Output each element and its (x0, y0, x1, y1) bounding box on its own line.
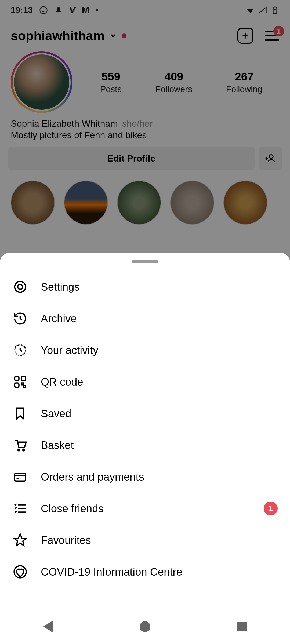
svg-point-4 (18, 284, 23, 289)
nav-back-button[interactable] (43, 621, 53, 632)
menu-archive[interactable]: Archive (0, 303, 290, 334)
svg-point-12 (23, 449, 25, 451)
settings-icon (13, 280, 27, 294)
svg-rect-8 (15, 383, 19, 387)
qr-icon (13, 375, 27, 389)
drag-handle[interactable] (132, 260, 158, 263)
menu-close-friends[interactable]: Close friends 1 (0, 493, 290, 524)
menu-favourites[interactable]: Favourites (0, 524, 290, 556)
menu-saved-label: Saved (41, 408, 278, 420)
cart-icon (13, 438, 27, 452)
star-icon (13, 533, 27, 547)
menu-qr[interactable]: QR code (0, 366, 290, 398)
activity-icon (13, 343, 27, 357)
nav-home-button[interactable] (140, 621, 150, 632)
nav-recent-button[interactable] (237, 622, 247, 631)
menu-covid[interactable]: COVID-19 Information Centre (0, 556, 290, 588)
covid-info-icon (13, 565, 27, 579)
menu-orders-label: Orders and payments (41, 471, 278, 483)
svg-rect-13 (15, 473, 26, 481)
archive-icon (13, 311, 27, 326)
card-icon (13, 470, 27, 484)
menu-favourites-label: Favourites (41, 534, 278, 546)
menu-activity-label: Your activity (41, 344, 278, 356)
menu-qr-label: QR code (41, 376, 278, 388)
menu-close-friends-label: Close friends (41, 503, 251, 515)
svg-point-3 (15, 281, 26, 292)
menu-orders[interactable]: Orders and payments (0, 461, 290, 493)
menu-basket-label: Basket (41, 439, 278, 451)
svg-rect-10 (24, 386, 26, 387)
menu-basket[interactable]: Basket (0, 429, 290, 461)
close-friends-badge: 1 (264, 502, 278, 515)
menu-archive-label: Archive (41, 313, 278, 325)
svg-rect-6 (15, 376, 19, 381)
bottom-sheet: Settings Archive Your activity QR code S… (0, 253, 290, 644)
menu-settings[interactable]: Settings (0, 271, 290, 303)
android-nav-bar (0, 609, 290, 644)
menu-covid-label: COVID-19 Information Centre (41, 566, 278, 578)
svg-rect-9 (21, 383, 23, 385)
svg-point-11 (18, 449, 20, 451)
svg-rect-7 (21, 376, 26, 381)
menu-activity[interactable]: Your activity (0, 334, 290, 366)
bookmark-icon (13, 406, 27, 421)
menu-saved[interactable]: Saved (0, 398, 290, 429)
close-friends-icon (13, 501, 27, 516)
menu-settings-label: Settings (41, 281, 278, 293)
